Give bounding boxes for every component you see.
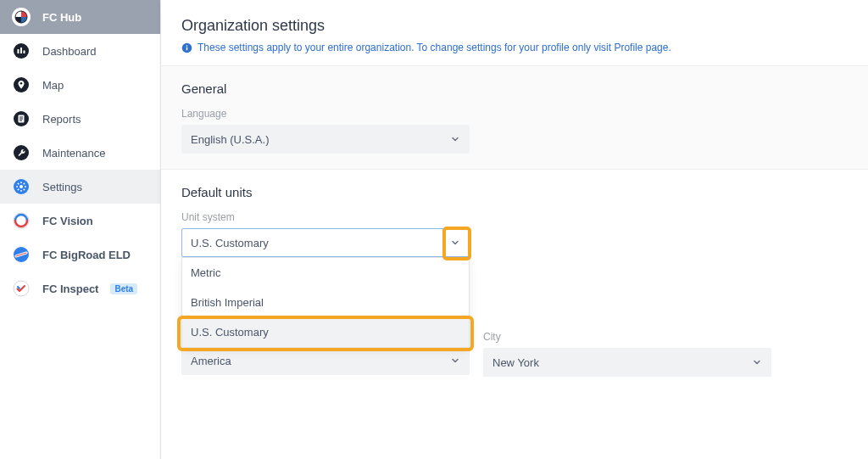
sidebar-item-label: Dashboard [42,45,97,58]
main-content: Organization settings These settings app… [161,0,868,459]
sidebar-item-label: Settings [42,181,82,193]
svg-rect-5 [24,51,25,54]
sidebar-item-vision[interactable]: FC Vision [0,204,160,238]
svg-rect-11 [19,119,23,120]
field-label-unit-system: Unit system [181,211,470,223]
svg-point-29 [186,45,188,47]
unit-system-dropdown: Metric British Imperial U.S. Customary [181,257,470,348]
sidebar-item-settings[interactable]: Settings [0,170,160,204]
brand-label: FC Hub [42,11,81,24]
sidebar-item-label: FC Vision [42,215,93,227]
region-select[interactable]: America [181,346,470,375]
option-british[interactable]: British Imperial [182,288,469,317]
sidebar-item-label: Reports [42,113,81,126]
inspect-icon [12,279,31,298]
reports-icon [12,109,31,128]
page-header: Organization settings These settings app… [161,0,868,66]
vision-icon [12,211,31,230]
language-value: English (U.S.A.) [191,133,269,146]
sidebar-item-map[interactable]: Map [0,68,160,102]
sidebar-item-label: Map [42,79,64,92]
sidebar-item-label: Maintenance [42,147,105,160]
field-label-language: Language [181,108,470,120]
gear-icon [12,177,31,196]
brand-logo-icon [12,8,31,26]
wrench-icon [12,143,31,162]
page-title: Organization settings [181,17,848,35]
field-label-city: City [483,331,771,343]
svg-rect-12 [19,120,22,121]
sidebar-item-reports[interactable]: Reports [0,102,160,136]
chevron-down-icon [450,134,460,144]
section-units: Default units Unit system U.S. Customary… [161,170,868,392]
svg-point-7 [20,82,23,85]
info-text: These settings apply to your entire orga… [198,42,671,53]
svg-point-15 [19,185,23,188]
unit-system-select[interactable]: U.S. Customary [181,228,470,257]
sidebar-item-inspect[interactable]: FC Inspect Beta [0,271,160,305]
bigroad-icon [12,245,31,264]
option-us-customary[interactable]: U.S. Customary [182,317,469,347]
sidebar-item-dashboard[interactable]: Dashboard [0,34,160,68]
sidebar-item-maintenance[interactable]: Maintenance [0,136,160,170]
city-select[interactable]: New York [483,348,771,377]
svg-rect-28 [186,47,187,50]
section-title: Default units [181,185,848,199]
sidebar: FC Hub Dashboard Map Reports Maintenance [0,0,161,459]
option-metric[interactable]: Metric [182,258,469,288]
section-general: General Language English (U.S.A.) [161,66,868,170]
sidebar-item-bigroad[interactable]: FC BigRoad ELD [0,238,160,271]
svg-rect-3 [18,49,19,53]
sidebar-item-brand[interactable]: FC Hub [0,0,160,34]
city-value: New York [492,356,539,369]
svg-line-22 [24,183,25,184]
svg-line-23 [18,189,19,190]
sidebar-item-label: FC BigRoad ELD [42,249,131,261]
chevron-down-icon [752,357,762,367]
language-select[interactable]: English (U.S.A.) [181,125,470,154]
dashboard-icon [12,42,31,60]
info-banner: These settings apply to your entire orga… [181,42,848,53]
region-value: America [191,355,231,367]
svg-line-21 [24,189,25,190]
sidebar-item-label: FC Inspect [42,283,98,295]
svg-rect-10 [19,117,23,118]
svg-line-20 [18,183,19,184]
info-icon [181,42,192,53]
chevron-down-icon [450,355,460,366]
beta-badge: Beta [110,283,137,294]
unit-system-value: U.S. Customary [191,237,269,249]
section-title: General [181,81,848,96]
chevron-down-icon [450,238,460,248]
svg-rect-4 [20,48,22,53]
map-pin-icon [12,76,31,94]
